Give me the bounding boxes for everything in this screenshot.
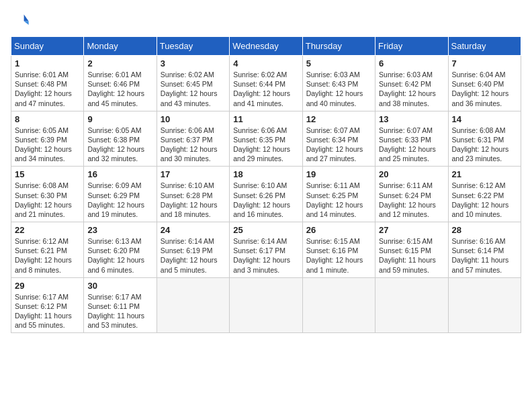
day-info: Sunrise: 6:15 AM Sunset: 6:16 PM Dayligh… xyxy=(306,236,371,275)
day-info: Sunrise: 6:05 AM Sunset: 6:39 PM Dayligh… xyxy=(15,126,80,164)
day-info: Sunrise: 6:10 AM Sunset: 6:26 PM Dayligh… xyxy=(233,181,298,219)
calendar-cell xyxy=(157,277,229,333)
day-info: Sunrise: 6:14 AM Sunset: 6:19 PM Dayligh… xyxy=(161,236,226,275)
day-info: Sunrise: 6:17 AM Sunset: 6:11 PM Dayligh… xyxy=(87,292,152,330)
column-header-wednesday: Wednesday xyxy=(230,37,302,56)
calendar-cell: 6 Sunrise: 6:03 AM Sunset: 6:42 PM Dayli… xyxy=(375,56,448,111)
day-info: Sunrise: 6:07 AM Sunset: 6:34 PM Dayligh… xyxy=(306,126,371,164)
calendar-cell: 10 Sunrise: 6:06 AM Sunset: 6:37 PM Dayl… xyxy=(157,111,229,167)
day-info: Sunrise: 6:14 AM Sunset: 6:17 PM Dayligh… xyxy=(233,236,298,275)
column-header-tuesday: Tuesday xyxy=(157,37,229,56)
day-info: Sunrise: 6:12 AM Sunset: 6:21 PM Dayligh… xyxy=(15,236,80,275)
calendar-cell: 8 Sunrise: 6:05 AM Sunset: 6:39 PM Dayli… xyxy=(11,111,84,167)
day-number: 15 xyxy=(15,169,80,179)
calendar-cell: 27 Sunrise: 6:15 AM Sunset: 6:15 PM Dayl… xyxy=(375,222,448,278)
column-header-saturday: Saturday xyxy=(448,37,521,56)
day-info: Sunrise: 6:01 AM Sunset: 6:46 PM Dayligh… xyxy=(87,70,152,108)
day-info: Sunrise: 6:09 AM Sunset: 6:29 PM Dayligh… xyxy=(87,181,152,219)
day-number: 9 xyxy=(87,114,152,124)
svg-marker-1 xyxy=(24,21,29,25)
day-number: 12 xyxy=(306,114,371,124)
calendar-cell: 21 Sunrise: 6:12 AM Sunset: 6:22 PM Dayl… xyxy=(448,167,521,222)
calendar-cell: 11 Sunrise: 6:06 AM Sunset: 6:35 PM Dayl… xyxy=(230,111,302,167)
day-info: Sunrise: 6:08 AM Sunset: 6:31 PM Dayligh… xyxy=(452,126,517,164)
calendar-cell: 25 Sunrise: 6:14 AM Sunset: 6:17 PM Dayl… xyxy=(230,222,302,278)
calendar-cell: 15 Sunrise: 6:08 AM Sunset: 6:30 PM Dayl… xyxy=(11,167,84,222)
calendar-cell: 17 Sunrise: 6:10 AM Sunset: 6:28 PM Dayl… xyxy=(157,167,229,222)
calendar-cell xyxy=(448,277,521,333)
week-row-2: 8 Sunrise: 6:05 AM Sunset: 6:39 PM Dayli… xyxy=(11,111,521,167)
calendar-cell: 18 Sunrise: 6:10 AM Sunset: 6:26 PM Dayl… xyxy=(230,167,302,222)
calendar-cell: 2 Sunrise: 6:01 AM Sunset: 6:46 PM Dayli… xyxy=(84,56,157,111)
day-number: 8 xyxy=(15,114,80,124)
calendar: SundayMondayTuesdayWednesdayThursdayFrid… xyxy=(11,36,521,333)
column-header-sunday: Sunday xyxy=(11,37,84,56)
day-info: Sunrise: 6:01 AM Sunset: 6:48 PM Dayligh… xyxy=(15,70,80,108)
day-number: 19 xyxy=(306,169,371,179)
day-number: 21 xyxy=(452,169,517,179)
day-number: 22 xyxy=(15,225,80,235)
day-number: 24 xyxy=(161,225,226,235)
calendar-cell xyxy=(375,277,448,333)
day-number: 1 xyxy=(15,58,80,68)
column-header-friday: Friday xyxy=(375,37,448,56)
day-number: 14 xyxy=(452,114,517,124)
day-info: Sunrise: 6:16 AM Sunset: 6:14 PM Dayligh… xyxy=(452,236,517,275)
calendar-cell: 12 Sunrise: 6:07 AM Sunset: 6:34 PM Dayl… xyxy=(302,111,375,167)
day-number: 7 xyxy=(452,58,517,68)
calendar-cell: 5 Sunrise: 6:03 AM Sunset: 6:43 PM Dayli… xyxy=(302,56,375,111)
day-number: 29 xyxy=(15,281,80,291)
calendar-header: SundayMondayTuesdayWednesdayThursdayFrid… xyxy=(11,37,521,56)
column-header-thursday: Thursday xyxy=(302,37,375,56)
calendar-cell: 20 Sunrise: 6:11 AM Sunset: 6:24 PM Dayl… xyxy=(375,167,448,222)
logo xyxy=(11,11,32,30)
svg-marker-0 xyxy=(24,15,29,21)
week-row-5: 29 Sunrise: 6:17 AM Sunset: 6:12 PM Dayl… xyxy=(11,277,521,333)
week-row-3: 15 Sunrise: 6:08 AM Sunset: 6:30 PM Dayl… xyxy=(11,167,521,222)
day-info: Sunrise: 6:04 AM Sunset: 6:40 PM Dayligh… xyxy=(452,70,517,108)
calendar-cell: 13 Sunrise: 6:07 AM Sunset: 6:33 PM Dayl… xyxy=(375,111,448,167)
day-number: 30 xyxy=(87,281,152,291)
day-info: Sunrise: 6:12 AM Sunset: 6:22 PM Dayligh… xyxy=(452,181,517,219)
day-number: 4 xyxy=(233,58,298,68)
calendar-cell: 19 Sunrise: 6:11 AM Sunset: 6:25 PM Dayl… xyxy=(302,167,375,222)
day-info: Sunrise: 6:10 AM Sunset: 6:28 PM Dayligh… xyxy=(161,181,226,219)
day-number: 23 xyxy=(87,225,152,235)
week-row-1: 1 Sunrise: 6:01 AM Sunset: 6:48 PM Dayli… xyxy=(11,56,521,111)
day-number: 18 xyxy=(233,169,298,179)
day-info: Sunrise: 6:05 AM Sunset: 6:38 PM Dayligh… xyxy=(87,126,152,164)
calendar-cell: 24 Sunrise: 6:14 AM Sunset: 6:19 PM Dayl… xyxy=(157,222,229,278)
calendar-cell: 9 Sunrise: 6:05 AM Sunset: 6:38 PM Dayli… xyxy=(84,111,157,167)
calendar-cell: 29 Sunrise: 6:17 AM Sunset: 6:12 PM Dayl… xyxy=(11,277,84,333)
day-info: Sunrise: 6:06 AM Sunset: 6:37 PM Dayligh… xyxy=(161,126,226,164)
day-info: Sunrise: 6:11 AM Sunset: 6:25 PM Dayligh… xyxy=(306,181,371,219)
day-number: 10 xyxy=(161,114,226,124)
calendar-cell: 23 Sunrise: 6:13 AM Sunset: 6:20 PM Dayl… xyxy=(84,222,157,278)
calendar-cell: 16 Sunrise: 6:09 AM Sunset: 6:29 PM Dayl… xyxy=(84,167,157,222)
calendar-cell: 22 Sunrise: 6:12 AM Sunset: 6:21 PM Dayl… xyxy=(11,222,84,278)
day-number: 11 xyxy=(233,114,298,124)
day-info: Sunrise: 6:07 AM Sunset: 6:33 PM Dayligh… xyxy=(379,126,444,164)
calendar-cell: 4 Sunrise: 6:02 AM Sunset: 6:44 PM Dayli… xyxy=(230,56,302,111)
day-number: 25 xyxy=(233,225,298,235)
day-number: 13 xyxy=(379,114,444,124)
day-number: 2 xyxy=(87,58,152,68)
calendar-body: 1 Sunrise: 6:01 AM Sunset: 6:48 PM Dayli… xyxy=(11,56,521,333)
day-number: 5 xyxy=(306,58,371,68)
column-header-monday: Monday xyxy=(84,37,157,56)
calendar-cell xyxy=(230,277,302,333)
day-info: Sunrise: 6:13 AM Sunset: 6:20 PM Dayligh… xyxy=(87,236,152,275)
logo-icon xyxy=(11,11,30,30)
day-number: 17 xyxy=(161,169,226,179)
day-number: 3 xyxy=(161,58,226,68)
page-header xyxy=(11,11,521,30)
day-info: Sunrise: 6:03 AM Sunset: 6:42 PM Dayligh… xyxy=(379,70,444,108)
day-info: Sunrise: 6:02 AM Sunset: 6:45 PM Dayligh… xyxy=(161,70,226,108)
day-number: 6 xyxy=(379,58,444,68)
calendar-cell: 30 Sunrise: 6:17 AM Sunset: 6:11 PM Dayl… xyxy=(84,277,157,333)
calendar-cell: 26 Sunrise: 6:15 AM Sunset: 6:16 PM Dayl… xyxy=(302,222,375,278)
calendar-cell: 7 Sunrise: 6:04 AM Sunset: 6:40 PM Dayli… xyxy=(448,56,521,111)
day-info: Sunrise: 6:06 AM Sunset: 6:35 PM Dayligh… xyxy=(233,126,298,164)
day-number: 27 xyxy=(379,225,444,235)
calendar-cell: 1 Sunrise: 6:01 AM Sunset: 6:48 PM Dayli… xyxy=(11,56,84,111)
